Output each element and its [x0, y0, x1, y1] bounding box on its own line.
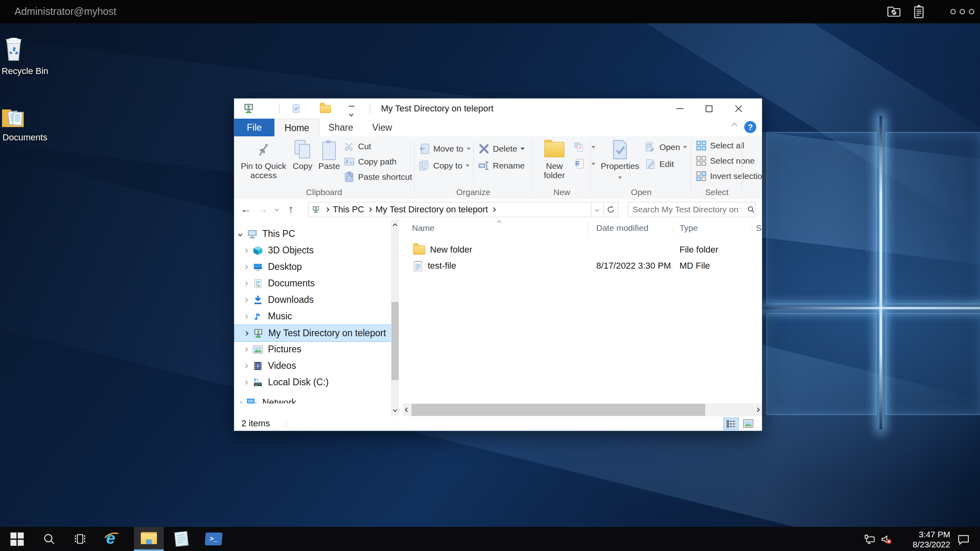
more-options-icon[interactable] [950, 9, 974, 14]
address-bar[interactable]: This PC My Test Directory on teleport [308, 202, 591, 217]
breadcrumb-chevron-icon[interactable] [491, 207, 496, 212]
desktop-icon-documents[interactable]: Documents [1, 105, 49, 143]
invert-selection-button[interactable]: Invert selection [696, 169, 767, 183]
volume-muted-icon[interactable] [879, 532, 893, 546]
notepad-button[interactable] [167, 527, 196, 551]
tree-item-my-test-directory[interactable]: My Test Directory on teleport [234, 325, 391, 342]
delete-button[interactable]: Delete [478, 142, 525, 156]
task-view-button[interactable] [65, 527, 95, 551]
copy-button[interactable]: Copy [290, 138, 315, 171]
taskbar-search-button[interactable] [34, 527, 64, 551]
help-icon[interactable]: ? [744, 121, 756, 133]
tree-item-downloads[interactable]: Downloads [234, 292, 391, 308]
edit-button[interactable]: Edit [645, 157, 674, 171]
tree-item-this-pc[interactable]: This PC [234, 226, 391, 242]
tree-item-music[interactable]: Music [234, 308, 391, 325]
large-icons-view-button[interactable] [741, 417, 756, 429]
breadcrumb-this-pc[interactable]: This PC [333, 204, 364, 215]
scrollbar-thumb[interactable] [391, 302, 399, 380]
column-header-type[interactable]: Type [679, 219, 748, 237]
expand-chevron-icon[interactable] [244, 331, 248, 335]
paste-shortcut-button[interactable]: Paste shortcut [344, 170, 412, 184]
qat-properties-icon[interactable] [291, 104, 301, 113]
rename-button[interactable]: Rename [478, 159, 525, 173]
details-view-button[interactable] [723, 417, 739, 430]
desktop-icon-recycle-bin[interactable]: Recycle Bin [1, 36, 49, 76]
properties-button[interactable]: Properties [597, 138, 642, 181]
tab-view[interactable]: View [363, 119, 401, 136]
search-input[interactable] [628, 205, 743, 214]
minimize-button[interactable] [669, 99, 691, 119]
file-row-test-file[interactable]: test-file 8/17/2022 3:30 PM MD File [403, 258, 762, 274]
tree-item-pictures[interactable]: Pictures [234, 341, 391, 358]
network-tray-icon[interactable] [863, 532, 877, 546]
recent-locations-icon[interactable] [272, 201, 282, 217]
breadcrumb-current[interactable]: My Test Directory on teleport [375, 204, 488, 215]
tree-item-videos[interactable]: Videos [234, 358, 391, 374]
up-button[interactable]: ↑ [283, 201, 299, 217]
back-button[interactable]: ← [238, 201, 253, 217]
powershell-button[interactable]: >_ [199, 527, 229, 551]
new-folder-button[interactable]: New folder [536, 138, 573, 180]
expand-chevron-icon[interactable] [243, 314, 248, 319]
scroll-up-icon[interactable] [391, 219, 399, 232]
scroll-left-icon[interactable] [403, 403, 412, 416]
tab-file[interactable]: File [234, 119, 274, 136]
collapse-chevron-icon[interactable] [238, 232, 242, 236]
maximize-button[interactable] [698, 99, 720, 119]
file-transfer-icon[interactable] [887, 4, 901, 19]
expand-chevron-icon[interactable] [243, 347, 248, 352]
search-icon[interactable] [747, 206, 755, 214]
clipboard-icon[interactable] [912, 4, 926, 19]
scrollbar-thumb[interactable] [412, 404, 705, 416]
expand-chevron-icon[interactable] [243, 281, 248, 286]
tree-scrollbar[interactable] [391, 219, 399, 416]
tree-item-3d-objects[interactable]: 3D Objects [234, 242, 391, 259]
qat-customize-icon[interactable] [349, 106, 354, 118]
column-header-size[interactable]: Size [756, 219, 762, 237]
tab-share[interactable]: Share [319, 119, 363, 136]
forward-button[interactable]: → [255, 201, 270, 217]
column-header-date-modified[interactable]: Date modified [596, 219, 673, 237]
select-all-button[interactable]: Select all [696, 139, 744, 152]
qat-new-folder-icon[interactable] [320, 105, 331, 113]
start-button[interactable] [2, 527, 32, 551]
refresh-icon[interactable] [603, 202, 618, 217]
tab-home[interactable]: Home [274, 119, 319, 137]
tree-item-network[interactable]: Network [234, 395, 391, 403]
open-button[interactable]: Open [645, 140, 687, 154]
address-dropdown-icon[interactable] [591, 202, 604, 217]
tree-item-documents[interactable]: Documents [234, 275, 391, 292]
breadcrumb-chevron-icon[interactable] [325, 207, 329, 212]
tree-item-desktop[interactable]: Desktop [234, 259, 391, 275]
scroll-right-icon[interactable] [753, 403, 762, 416]
taskbar-clock[interactable]: 3:47 PM 8/23/2022 [913, 529, 950, 549]
expand-chevron-icon[interactable] [243, 364, 248, 368]
file-explorer-button[interactable] [134, 527, 164, 551]
scroll-down-icon[interactable] [391, 403, 399, 416]
cut-button[interactable]: Cut [344, 140, 371, 153]
paste-button[interactable]: Paste [316, 138, 342, 171]
move-to-button[interactable]: Move to [419, 142, 471, 156]
select-none-button[interactable]: Select none [696, 154, 755, 168]
close-button[interactable] [727, 99, 750, 119]
search-box[interactable] [628, 202, 756, 217]
expand-chevron-icon[interactable] [243, 265, 248, 269]
expand-chevron-icon[interactable] [238, 401, 242, 403]
column-header-name[interactable]: Name [412, 219, 585, 237]
downloads-icon [252, 294, 264, 306]
file-row-new-folder[interactable]: New folder File folder [403, 242, 762, 258]
copy-to-button[interactable]: Copy to [419, 159, 469, 173]
expand-chevron-icon[interactable] [243, 248, 248, 253]
expand-chevron-icon[interactable] [243, 298, 248, 302]
title-bar[interactable]: My Test Directory on teleport [234, 99, 762, 119]
breadcrumb-chevron-icon[interactable] [368, 207, 372, 212]
collapse-ribbon-icon[interactable] [731, 123, 738, 129]
expand-chevron-icon[interactable] [243, 380, 248, 384]
internet-explorer-button[interactable]: e [97, 527, 126, 551]
horizontal-scrollbar[interactable] [403, 403, 762, 416]
tree-item-local-disk-c[interactable]: Local Disk (C:) [234, 374, 391, 391]
action-center-icon[interactable] [957, 532, 970, 546]
copy-path-button[interactable]: Copy path [344, 155, 397, 169]
pin-to-quick-access-button[interactable]: Pin to Quick access [239, 138, 288, 180]
